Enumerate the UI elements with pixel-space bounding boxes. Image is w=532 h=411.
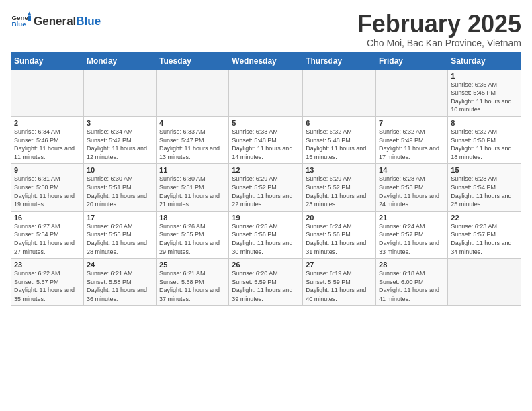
- day-number: 13: [306, 166, 373, 174]
- day-info: Sunrise: 6:21 AMSunset: 5:58 PMDaylight:…: [159, 269, 226, 303]
- day-info: Sunrise: 6:26 AMSunset: 5:55 PMDaylight:…: [87, 222, 153, 256]
- day-info: Sunrise: 6:25 AMSunset: 5:56 PMDaylight:…: [232, 222, 300, 256]
- day-number: 17: [87, 214, 153, 222]
- calendar-cell: [229, 69, 303, 116]
- calendar-week-4: 16Sunrise: 6:27 AMSunset: 5:54 PMDayligh…: [11, 211, 521, 258]
- calendar-week-5: 23Sunrise: 6:22 AMSunset: 5:57 PMDayligh…: [11, 259, 521, 306]
- calendar-cell: 18Sunrise: 6:26 AMSunset: 5:55 PMDayligh…: [157, 211, 229, 258]
- day-info: Sunrise: 6:33 AMSunset: 5:47 PMDaylight:…: [159, 128, 226, 161]
- col-friday: Friday: [376, 52, 448, 69]
- day-number: 24: [87, 261, 153, 269]
- day-info: Sunrise: 6:33 AMSunset: 5:48 PMDaylight:…: [232, 128, 300, 161]
- col-wednesday: Wednesday: [229, 52, 303, 69]
- day-number: 15: [451, 166, 518, 174]
- day-number: 4: [159, 119, 226, 127]
- calendar-cell: [376, 69, 448, 116]
- calendar-cell: [448, 259, 521, 306]
- calendar-cell: 28Sunrise: 6:18 AMSunset: 6:00 PMDayligh…: [376, 259, 448, 306]
- month-title: February 2025: [357, 11, 521, 38]
- calendar-cell: [83, 69, 156, 116]
- day-info: Sunrise: 6:30 AMSunset: 5:51 PMDaylight:…: [87, 175, 153, 208]
- day-number: 14: [379, 166, 445, 174]
- day-number: 7: [379, 119, 445, 127]
- day-info: Sunrise: 6:19 AMSunset: 5:59 PMDaylight:…: [306, 269, 373, 303]
- day-number: 18: [159, 214, 226, 222]
- calendar-cell: [303, 69, 376, 116]
- day-info: Sunrise: 6:24 AMSunset: 5:56 PMDaylight:…: [306, 222, 373, 256]
- calendar-cell: 14Sunrise: 6:28 AMSunset: 5:53 PMDayligh…: [376, 164, 448, 211]
- calendar-cell: 5Sunrise: 6:33 AMSunset: 5:48 PMDaylight…: [229, 116, 303, 163]
- calendar-cell: 23Sunrise: 6:22 AMSunset: 5:57 PMDayligh…: [11, 259, 84, 306]
- day-number: 26: [232, 261, 300, 269]
- calendar-cell: 25Sunrise: 6:21 AMSunset: 5:58 PMDayligh…: [157, 259, 229, 306]
- calendar-cell: 20Sunrise: 6:24 AMSunset: 5:56 PMDayligh…: [303, 211, 376, 258]
- calendar-cell: [157, 69, 229, 116]
- day-info: Sunrise: 6:34 AMSunset: 5:46 PMDaylight:…: [14, 128, 81, 161]
- day-number: 8: [451, 119, 518, 127]
- day-number: 9: [14, 166, 81, 174]
- title-block: February 2025 Cho Moi, Bac Kan Province,…: [357, 11, 521, 48]
- day-number: 21: [379, 214, 445, 222]
- calendar-header-row: Sunday Monday Tuesday Wednesday Thursday…: [11, 52, 521, 69]
- day-info: Sunrise: 6:27 AMSunset: 5:54 PMDaylight:…: [14, 222, 81, 256]
- calendar-cell: 19Sunrise: 6:25 AMSunset: 5:56 PMDayligh…: [229, 211, 303, 258]
- day-number: 11: [159, 166, 226, 174]
- calendar-cell: 22Sunrise: 6:23 AMSunset: 5:57 PMDayligh…: [448, 211, 521, 258]
- calendar-cell: 8Sunrise: 6:32 AMSunset: 5:50 PMDaylight…: [448, 116, 521, 163]
- calendar-cell: 9Sunrise: 6:31 AMSunset: 5:50 PMDaylight…: [11, 164, 84, 211]
- day-info: Sunrise: 6:28 AMSunset: 5:54 PMDaylight:…: [451, 175, 518, 208]
- day-number: 20: [306, 214, 373, 222]
- col-thursday: Thursday: [303, 52, 376, 69]
- logo-icon: General Blue: [11, 11, 31, 31]
- calendar-cell: 1Sunrise: 6:35 AMSunset: 5:45 PMDaylight…: [448, 69, 521, 116]
- calendar-cell: 17Sunrise: 6:26 AMSunset: 5:55 PMDayligh…: [83, 211, 156, 258]
- day-info: Sunrise: 6:26 AMSunset: 5:55 PMDaylight:…: [159, 222, 226, 256]
- calendar-table: Sunday Monday Tuesday Wednesday Thursday…: [11, 52, 521, 306]
- day-info: Sunrise: 6:32 AMSunset: 5:50 PMDaylight:…: [451, 128, 518, 161]
- calendar-week-3: 9Sunrise: 6:31 AMSunset: 5:50 PMDaylight…: [11, 164, 521, 211]
- logo-general-text: GeneralBlue: [34, 15, 101, 27]
- day-number: 12: [232, 166, 300, 174]
- day-info: Sunrise: 6:23 AMSunset: 5:57 PMDaylight:…: [451, 222, 518, 256]
- day-number: 27: [306, 261, 373, 269]
- day-info: Sunrise: 6:29 AMSunset: 5:52 PMDaylight:…: [232, 175, 300, 208]
- day-info: Sunrise: 6:20 AMSunset: 5:59 PMDaylight:…: [232, 269, 300, 303]
- day-info: Sunrise: 6:32 AMSunset: 5:48 PMDaylight:…: [306, 128, 373, 161]
- day-info: Sunrise: 6:18 AMSunset: 6:00 PMDaylight:…: [379, 269, 445, 303]
- logo: General Blue GeneralBlue: [11, 11, 101, 31]
- day-info: Sunrise: 6:24 AMSunset: 5:57 PMDaylight:…: [379, 222, 445, 256]
- day-number: 10: [87, 166, 153, 174]
- day-info: Sunrise: 6:28 AMSunset: 5:53 PMDaylight:…: [379, 175, 445, 208]
- calendar-cell: 24Sunrise: 6:21 AMSunset: 5:58 PMDayligh…: [83, 259, 156, 306]
- day-number: 22: [451, 214, 518, 222]
- svg-text:Blue: Blue: [12, 20, 27, 28]
- calendar-cell: 12Sunrise: 6:29 AMSunset: 5:52 PMDayligh…: [229, 164, 303, 211]
- calendar-cell: 10Sunrise: 6:30 AMSunset: 5:51 PMDayligh…: [83, 164, 156, 211]
- calendar-cell: 6Sunrise: 6:32 AMSunset: 5:48 PMDaylight…: [303, 116, 376, 163]
- col-saturday: Saturday: [448, 52, 521, 69]
- col-monday: Monday: [83, 52, 156, 69]
- calendar-week-1: 1Sunrise: 6:35 AMSunset: 5:45 PMDaylight…: [11, 69, 521, 116]
- day-number: 1: [451, 72, 518, 80]
- day-number: 19: [232, 214, 300, 222]
- calendar-cell: 27Sunrise: 6:19 AMSunset: 5:59 PMDayligh…: [303, 259, 376, 306]
- col-tuesday: Tuesday: [157, 52, 229, 69]
- day-info: Sunrise: 6:29 AMSunset: 5:52 PMDaylight:…: [306, 175, 373, 208]
- calendar-cell: 13Sunrise: 6:29 AMSunset: 5:52 PMDayligh…: [303, 164, 376, 211]
- day-info: Sunrise: 6:32 AMSunset: 5:49 PMDaylight:…: [379, 128, 445, 161]
- day-number: 16: [14, 214, 81, 222]
- day-number: 3: [87, 119, 153, 127]
- day-number: 23: [14, 261, 81, 269]
- day-number: 5: [232, 119, 300, 127]
- day-number: 2: [14, 119, 81, 127]
- calendar-cell: 15Sunrise: 6:28 AMSunset: 5:54 PMDayligh…: [448, 164, 521, 211]
- calendar-cell: 3Sunrise: 6:34 AMSunset: 5:47 PMDaylight…: [83, 116, 156, 163]
- location-subtitle: Cho Moi, Bac Kan Province, Vietnam: [357, 38, 521, 48]
- calendar-cell: 16Sunrise: 6:27 AMSunset: 5:54 PMDayligh…: [11, 211, 84, 258]
- day-number: 25: [159, 261, 226, 269]
- calendar-cell: [11, 69, 84, 116]
- svg-marker-2: [28, 12, 32, 15]
- calendar-cell: 26Sunrise: 6:20 AMSunset: 5:59 PMDayligh…: [229, 259, 303, 306]
- day-info: Sunrise: 6:30 AMSunset: 5:51 PMDaylight:…: [159, 175, 226, 208]
- calendar-cell: 7Sunrise: 6:32 AMSunset: 5:49 PMDaylight…: [376, 116, 448, 163]
